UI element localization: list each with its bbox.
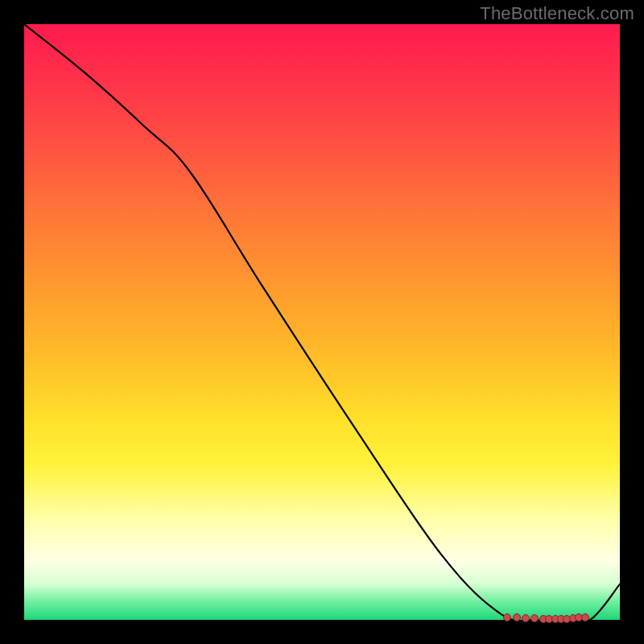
chart-frame: TheBottleneck.com bbox=[0, 0, 644, 644]
marker-dot bbox=[503, 613, 511, 621]
plot-area bbox=[24, 24, 620, 620]
marker-dot bbox=[530, 614, 539, 622]
marker-dot bbox=[522, 614, 530, 622]
marker-dot bbox=[581, 613, 589, 621]
marker-dot bbox=[513, 613, 521, 621]
watermark-text: TheBottleneck.com bbox=[480, 3, 634, 24]
marker-group bbox=[24, 24, 620, 620]
